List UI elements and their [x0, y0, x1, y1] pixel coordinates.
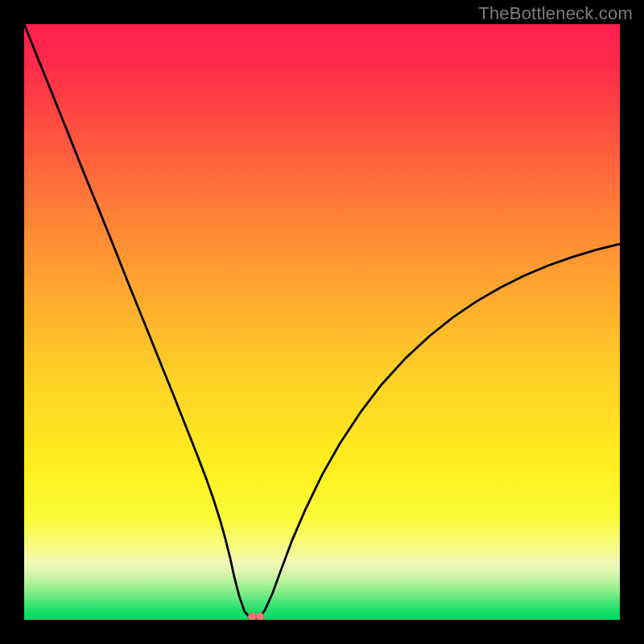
marker-dot-2 [256, 613, 264, 621]
bottleneck-chart [0, 0, 644, 644]
marker-dot-1 [248, 613, 256, 621]
watermark-text: TheBottleneck.com [478, 3, 633, 24]
image-frame: TheBottleneck.com [0, 0, 644, 644]
chart-background [24, 24, 620, 620]
